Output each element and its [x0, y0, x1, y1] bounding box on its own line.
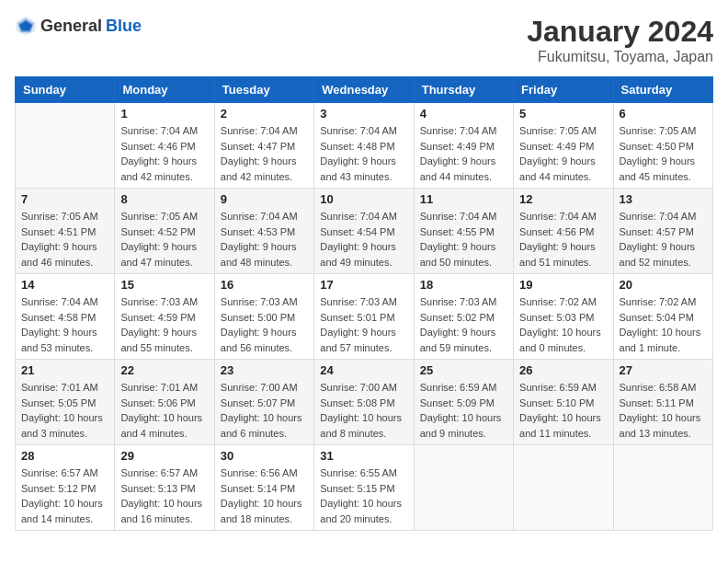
day-number: 7 [21, 192, 108, 206]
day-number: 22 [120, 363, 208, 377]
day-number: 24 [320, 363, 407, 377]
weekday-header-wednesday: Wednesday [314, 77, 414, 103]
calendar-day-cell: 7Sunrise: 7:05 AMSunset: 4:51 PMDaylight… [16, 189, 115, 274]
day-number: 13 [620, 192, 707, 206]
location-title: Fukumitsu, Toyama, Japan [527, 49, 713, 65]
day-number: 15 [120, 278, 208, 292]
day-info: Sunrise: 6:57 AMSunset: 5:12 PMDaylight:… [21, 465, 108, 526]
day-number: 25 [420, 363, 507, 377]
calendar-day-cell: 6Sunrise: 7:05 AMSunset: 4:50 PMDaylight… [613, 103, 712, 189]
day-number: 4 [420, 107, 507, 121]
calendar-day-cell [514, 445, 613, 531]
calendar-day-cell: 10Sunrise: 7:04 AMSunset: 4:54 PMDayligh… [314, 189, 414, 274]
calendar-table: SundayMondayTuesdayWednesdayThursdayFrid… [15, 76, 713, 531]
day-number: 11 [420, 192, 507, 206]
day-info: Sunrise: 7:04 AMSunset: 4:55 PMDaylight:… [420, 209, 507, 270]
calendar-day-cell: 19Sunrise: 7:02 AMSunset: 5:03 PMDayligh… [514, 274, 613, 360]
day-info: Sunrise: 7:04 AMSunset: 4:49 PMDaylight:… [420, 123, 507, 184]
calendar-day-cell: 16Sunrise: 7:03 AMSunset: 5:00 PMDayligh… [214, 274, 313, 360]
calendar-day-cell [16, 103, 115, 189]
calendar-day-cell: 4Sunrise: 7:04 AMSunset: 4:49 PMDaylight… [414, 103, 513, 189]
calendar-day-cell: 2Sunrise: 7:04 AMSunset: 4:47 PMDaylight… [214, 103, 313, 189]
calendar-day-cell: 29Sunrise: 6:57 AMSunset: 5:13 PMDayligh… [115, 445, 214, 531]
logo: GeneralBlue [15, 15, 142, 37]
calendar-week-row: 7Sunrise: 7:05 AMSunset: 4:51 PMDaylight… [16, 189, 713, 274]
weekday-header-monday: Monday [115, 77, 214, 103]
day-number: 20 [620, 278, 707, 292]
day-info: Sunrise: 7:03 AMSunset: 4:59 PMDaylight:… [120, 294, 208, 355]
weekday-header-sunday: Sunday [16, 77, 115, 103]
day-number: 12 [519, 192, 607, 206]
day-info: Sunrise: 7:04 AMSunset: 4:47 PMDaylight:… [221, 123, 308, 184]
weekday-header-tuesday: Tuesday [214, 77, 313, 103]
day-info: Sunrise: 7:03 AMSunset: 5:00 PMDaylight:… [221, 294, 308, 355]
day-info: Sunrise: 7:02 AMSunset: 5:03 PMDaylight:… [519, 294, 607, 355]
calendar-day-cell: 13Sunrise: 7:04 AMSunset: 4:57 PMDayligh… [613, 189, 712, 274]
calendar-day-cell: 26Sunrise: 6:59 AMSunset: 5:10 PMDayligh… [514, 360, 613, 445]
day-info: Sunrise: 6:55 AMSunset: 5:15 PMDaylight:… [320, 465, 407, 526]
calendar-day-cell: 20Sunrise: 7:02 AMSunset: 5:04 PMDayligh… [613, 274, 712, 360]
day-number: 21 [21, 363, 108, 377]
calendar-day-cell: 8Sunrise: 7:05 AMSunset: 4:52 PMDaylight… [115, 189, 214, 274]
day-number: 10 [320, 192, 407, 206]
month-title: January 2024 [527, 15, 713, 49]
calendar-day-cell: 11Sunrise: 7:04 AMSunset: 4:55 PMDayligh… [414, 189, 513, 274]
day-info: Sunrise: 6:59 AMSunset: 5:09 PMDaylight:… [420, 380, 507, 441]
calendar-day-cell: 14Sunrise: 7:04 AMSunset: 4:58 PMDayligh… [16, 274, 115, 360]
calendar-day-cell: 22Sunrise: 7:01 AMSunset: 5:06 PMDayligh… [115, 360, 214, 445]
calendar-day-cell: 9Sunrise: 7:04 AMSunset: 4:53 PMDaylight… [214, 189, 313, 274]
day-info: Sunrise: 7:04 AMSunset: 4:46 PMDaylight:… [120, 123, 208, 184]
weekday-header-friday: Friday [514, 77, 613, 103]
day-info: Sunrise: 6:56 AMSunset: 5:14 PMDaylight:… [221, 465, 308, 526]
day-info: Sunrise: 7:05 AMSunset: 4:50 PMDaylight:… [620, 123, 707, 184]
logo-icon [15, 15, 37, 37]
day-info: Sunrise: 7:05 AMSunset: 4:52 PMDaylight:… [120, 209, 208, 270]
day-info: Sunrise: 7:00 AMSunset: 5:07 PMDaylight:… [221, 380, 308, 441]
page-header: GeneralBlue January 2024 Fukumitsu, Toya… [15, 15, 713, 65]
logo-text-blue: Blue [106, 17, 142, 36]
day-number: 5 [519, 107, 607, 121]
calendar-day-cell [414, 445, 513, 531]
calendar-day-cell: 28Sunrise: 6:57 AMSunset: 5:12 PMDayligh… [16, 445, 115, 531]
calendar-day-cell: 5Sunrise: 7:05 AMSunset: 4:49 PMDaylight… [514, 103, 613, 189]
day-number: 23 [221, 363, 308, 377]
day-number: 16 [221, 278, 308, 292]
calendar-week-row: 1Sunrise: 7:04 AMSunset: 4:46 PMDaylight… [16, 103, 713, 189]
day-number: 27 [620, 363, 707, 377]
calendar-day-cell: 27Sunrise: 6:58 AMSunset: 5:11 PMDayligh… [613, 360, 712, 445]
day-number: 18 [420, 278, 507, 292]
day-number: 6 [620, 107, 707, 121]
calendar-day-cell: 12Sunrise: 7:04 AMSunset: 4:56 PMDayligh… [514, 189, 613, 274]
day-info: Sunrise: 7:05 AMSunset: 4:49 PMDaylight:… [519, 123, 607, 184]
calendar-day-cell: 1Sunrise: 7:04 AMSunset: 4:46 PMDaylight… [115, 103, 214, 189]
calendar-day-cell: 17Sunrise: 7:03 AMSunset: 5:01 PMDayligh… [314, 274, 414, 360]
calendar-day-cell: 24Sunrise: 7:00 AMSunset: 5:08 PMDayligh… [314, 360, 414, 445]
calendar-day-cell: 21Sunrise: 7:01 AMSunset: 5:05 PMDayligh… [16, 360, 115, 445]
day-info: Sunrise: 7:01 AMSunset: 5:05 PMDaylight:… [21, 380, 108, 441]
day-info: Sunrise: 7:04 AMSunset: 4:54 PMDaylight:… [320, 209, 407, 270]
day-number: 30 [221, 449, 308, 463]
calendar-week-row: 14Sunrise: 7:04 AMSunset: 4:58 PMDayligh… [16, 274, 713, 360]
calendar-day-cell [613, 445, 712, 531]
day-info: Sunrise: 7:05 AMSunset: 4:51 PMDaylight:… [21, 209, 108, 270]
day-number: 26 [519, 363, 607, 377]
calendar-week-row: 28Sunrise: 6:57 AMSunset: 5:12 PMDayligh… [16, 445, 713, 531]
calendar-day-cell: 30Sunrise: 6:56 AMSunset: 5:14 PMDayligh… [214, 445, 313, 531]
day-number: 9 [221, 192, 308, 206]
title-block: January 2024 Fukumitsu, Toyama, Japan [527, 15, 713, 65]
day-number: 31 [320, 449, 407, 463]
calendar-day-cell: 3Sunrise: 7:04 AMSunset: 4:48 PMDaylight… [314, 103, 414, 189]
day-info: Sunrise: 7:02 AMSunset: 5:04 PMDaylight:… [620, 294, 707, 355]
day-info: Sunrise: 7:03 AMSunset: 5:01 PMDaylight:… [320, 294, 407, 355]
day-number: 17 [320, 278, 407, 292]
day-number: 29 [120, 449, 208, 463]
day-number: 1 [120, 107, 208, 121]
day-number: 2 [221, 107, 308, 121]
day-info: Sunrise: 7:04 AMSunset: 4:57 PMDaylight:… [620, 209, 707, 270]
calendar-day-cell: 25Sunrise: 6:59 AMSunset: 5:09 PMDayligh… [414, 360, 513, 445]
day-number: 28 [21, 449, 108, 463]
day-info: Sunrise: 7:04 AMSunset: 4:48 PMDaylight:… [320, 123, 407, 184]
day-info: Sunrise: 7:03 AMSunset: 5:02 PMDaylight:… [420, 294, 507, 355]
day-info: Sunrise: 6:58 AMSunset: 5:11 PMDaylight:… [620, 380, 707, 441]
calendar-day-cell: 15Sunrise: 7:03 AMSunset: 4:59 PMDayligh… [115, 274, 214, 360]
